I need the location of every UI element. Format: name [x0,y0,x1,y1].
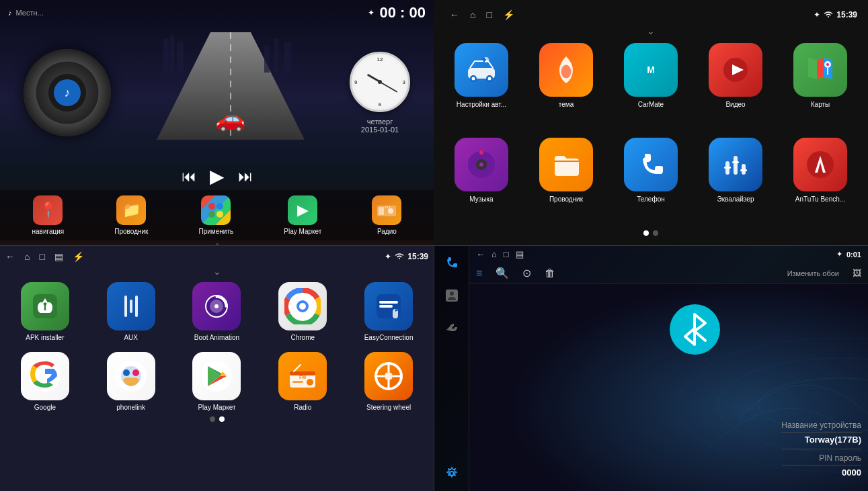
app-radio2[interactable]: FM Radio [263,352,342,411]
status-bar-q1: ♪ Местн... ✦ 00 : 00 [0,0,434,26]
time-q3: 15:39 [407,252,428,261]
prev-button[interactable]: ⏮ [182,168,196,185]
app-explorer[interactable]: Проводник [526,138,606,224]
recents-icon-q2[interactable]: □ [486,9,491,20]
music-main-area: ♪ [0,26,434,160]
list-icon[interactable]: ≡ [476,267,482,279]
google-label: Google [34,404,56,411]
settings-car-label: Настройки авт... [457,101,506,108]
svg-point-32 [479,163,483,167]
radio-app[interactable]: Радио [372,195,401,235]
share-icon[interactable]: ⊙ [522,267,531,279]
home-icon-q4[interactable]: ⌂ [491,249,497,259]
phone-icon [624,138,678,191]
bluetooth-toolbar: ≡ 🔍 ⊙ 🗑 Изменить обои 🖼 [469,263,868,284]
svg-point-8 [208,203,215,210]
playstore-label: Play Маркет [284,228,321,235]
wallpaper-icon[interactable]: 🖼 [853,268,861,278]
road-area: 🚗 [134,26,326,160]
app-video[interactable]: Видео [696,43,775,130]
app-settings-car[interactable]: Настройки авт... [442,43,521,130]
music-icon [455,138,508,191]
clock-area: 12 6 9 3 четверг 2015-01-01 [326,26,434,160]
app-maps[interactable]: Карты [781,43,860,130]
svg-line-75 [294,365,301,371]
app-playmarket[interactable]: Play Маркет [177,352,257,411]
vinyl-area: ♪ [0,26,134,160]
svg-point-50 [214,304,219,308]
recents-icon-q4[interactable]: □ [504,249,509,259]
svg-point-83 [450,292,454,296]
app-music[interactable]: Музыка [442,138,521,224]
aux-icon [107,282,155,330]
apply-app[interactable]: Применить [199,195,234,235]
nav-app[interactable]: 📍 навигация [32,195,65,235]
app-theme[interactable]: тема [526,43,606,130]
app-steering[interactable]: Steering wheel [349,352,428,411]
app-grid-row1: Настройки авт... тема M CarMate [439,40,863,132]
bluetooth-main: ← ⌂ □ ▤ ✦ 0:01 ≡ 🔍 ⊙ 🗑 Изменить обои 🖼 [469,246,868,491]
radio-icon [372,195,401,225]
app-easyconn[interactable]: EasyConnection [349,282,428,341]
app-google[interactable]: Google [5,352,85,411]
tools-sidebar-icon[interactable] [440,316,464,340]
back-icon-q2[interactable]: ← [450,9,459,20]
recents-icon-q3[interactable]: □ [39,251,44,262]
app-phonelink[interactable]: phonelink [91,352,171,411]
svg-rect-6 [274,39,278,73]
svg-rect-2 [163,39,169,73]
app-apk[interactable]: APK installer [5,282,85,341]
home-icon-q2[interactable]: ⌂ [470,9,475,20]
app-bootanim[interactable]: Boot Animation [177,282,257,341]
contacts-sidebar-icon[interactable] [440,283,464,308]
phonelink-label: phonelink [116,404,145,411]
usb-icon-q3: ⚡ [73,251,84,262]
search-icon-q4[interactable]: 🔍 [496,267,509,279]
time-display-q1: 00 : 00 [380,4,426,21]
wallpaper-action[interactable]: Изменить обои [787,269,839,277]
app-carmate[interactable]: M CarMate [611,43,691,130]
playback-controls: ⏮ ▶ ⏭ [0,160,434,190]
delete-icon[interactable]: 🗑 [545,267,555,279]
app-phone[interactable]: Телефон [611,138,691,224]
app-aux[interactable]: AUX [91,282,171,341]
settings-sidebar-icon[interactable] [440,461,464,486]
settings-car-icon [455,43,508,97]
back-icon-q3[interactable]: ← [5,251,15,262]
drawer-grid-row2: Google phonelink [5,349,428,414]
app-antutu[interactable]: AnTuTu Bench... [781,138,860,224]
back-icon-q4[interactable]: ← [476,249,485,259]
music-player-screen: ♪ Местн... ✦ 00 : 00 ♪ [0,0,434,245]
bluetooth-icon-q1: ✦ [368,8,374,17]
device-name-label: Название устройства [781,420,861,430]
video-label: Видео [725,101,745,108]
svg-rect-35 [734,156,738,175]
playstore-app[interactable]: ▶ Play Маркет [284,195,321,235]
phone-sidebar-icon[interactable] [440,251,464,275]
bluetooth-q4: ✦ [836,250,842,259]
music-icon: ♪ [65,86,71,100]
svg-point-14 [388,208,393,214]
playmarket-icon [192,352,241,400]
explorer-app[interactable]: 📁 Проводник [114,195,148,235]
svg-point-29 [826,63,829,66]
device-info-panel: Название устройства Torway(177B) PIN пар… [781,420,861,478]
time-q2: 15:39 [836,10,857,19]
bootanim-label: Boot Animation [194,334,239,341]
home-icon-q3[interactable]: ⌂ [24,251,30,262]
svg-point-63 [123,369,130,376]
next-button[interactable]: ⏭ [238,168,253,185]
svg-rect-74 [292,381,303,383]
svg-rect-39 [740,169,747,171]
maps-icon [793,43,847,97]
carmate-label: CarMate [638,101,664,108]
bottom-app-bar: 📍 навигация 📁 Проводник Применить ▶ Play… [0,190,434,240]
play-button[interactable]: ▶ [210,165,225,187]
app-chrome[interactable]: Chrome [263,282,342,341]
page-indicator-q3 [5,414,428,425]
explorer-label: Проводник [549,195,583,203]
app-equalizer[interactable]: Эквалайзер [696,138,775,224]
drawer-grid-row1: APK installer AUX [5,279,428,344]
explorer-icon [539,138,593,191]
svg-point-21 [472,77,475,81]
